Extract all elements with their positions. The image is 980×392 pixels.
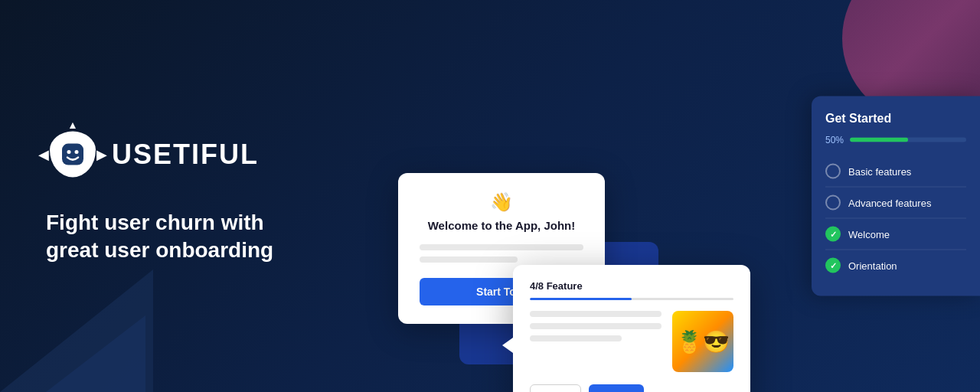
check-circle-advanced (825, 195, 841, 211)
progress-row: 50% (825, 135, 966, 145)
tagline-line1: Fight user churn with (46, 209, 273, 237)
pineapple-emoji: 🍍😎 (676, 329, 730, 354)
logo-icon-container: ▲ ◀ ▶ (46, 128, 100, 181)
left-section: ▲ ◀ ▶ USETIFUL Fight user (46, 128, 273, 265)
checklist-label-advanced: Advanced features (848, 197, 931, 208)
logo-area: ▲ ◀ ▶ USETIFUL (46, 128, 273, 181)
tagline-line2: great user onboarding (46, 237, 273, 264)
feature-line-2 (530, 323, 662, 329)
checklist-label-orientation: Orientation (848, 260, 897, 271)
feature-tour-card: 4/8 Feature 🍍😎 Back Next › (513, 265, 750, 392)
feature-content: 🍍😎 (530, 311, 733, 372)
face-svg (59, 141, 87, 168)
checklist-item-basic-features[interactable]: Basic features (825, 156, 966, 188)
feature-header: 4/8 Feature (530, 280, 733, 292)
feature-line-1 (530, 311, 662, 317)
arrow-up-icon: ▲ (67, 119, 78, 131)
svg-rect-0 (62, 144, 83, 165)
feature-nav-buttons: Back Next › (530, 384, 733, 392)
progress-bar-fill (850, 138, 908, 142)
svg-point-2 (75, 150, 79, 154)
arrow-left-icon: ◀ (38, 146, 49, 163)
back-button[interactable]: Back (530, 384, 581, 392)
checklist-label-basic: Basic features (848, 165, 911, 177)
next-button[interactable]: Next › (589, 384, 645, 392)
check-circle-basic (825, 164, 841, 179)
checklist-label-welcome: Welcome (848, 228, 890, 240)
feature-image: 🍍😎 (672, 311, 733, 372)
panel-title: Get Started (825, 112, 966, 126)
feature-text-lines (530, 311, 662, 372)
logo-face (50, 132, 96, 178)
placeholder-line-1 (420, 244, 583, 250)
welcome-emoji: 👋 (420, 191, 583, 213)
check-circle-orientation: ✓ (825, 258, 841, 273)
logo-arrows: ◀ ▶ (46, 132, 100, 178)
checklist-item-orientation[interactable]: ✓ Orientation (825, 250, 966, 281)
progress-bar-container (850, 138, 966, 142)
placeholder-line-2 (420, 256, 518, 263)
feature-progress-fill (530, 298, 632, 300)
get-started-panel: Get Started 50% Basic features Advanced … (812, 96, 980, 296)
feature-progress-bar (530, 298, 733, 300)
card-pointer-arrow (502, 338, 513, 353)
welcome-title: Welcome to the App, John! (420, 219, 583, 232)
svg-point-1 (67, 150, 71, 154)
tagline: Fight user churn with great user onboard… (46, 209, 273, 265)
welcome-placeholder-lines (420, 244, 583, 263)
checkmark-icon: ✓ (830, 229, 837, 239)
brand-name: USETIFUL (112, 139, 259, 171)
checklist-item-advanced-features[interactable]: Advanced features (825, 188, 966, 219)
checklist-item-welcome[interactable]: ✓ Welcome (825, 219, 966, 250)
progress-percent-label: 50% (825, 135, 844, 145)
check-circle-welcome: ✓ (825, 227, 841, 242)
checkmark-icon-2: ✓ (830, 260, 837, 270)
feature-line-3 (530, 335, 622, 341)
arrow-right-icon: ▶ (96, 146, 107, 163)
background: ▲ ◀ ▶ USETIFUL Fight user (0, 0, 980, 392)
decorative-triangle-2 (46, 315, 145, 392)
